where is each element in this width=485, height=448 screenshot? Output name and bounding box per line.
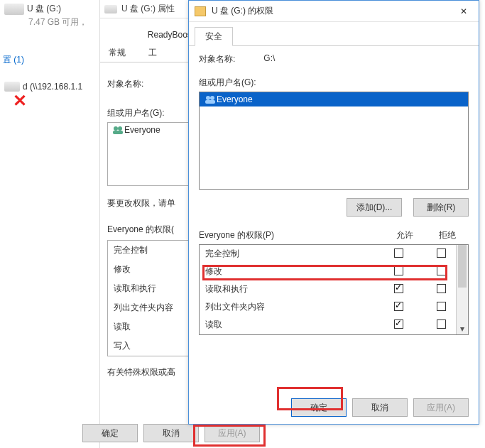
- object-name-value: G:\: [263, 53, 275, 65]
- perm-name: 读取和执行: [205, 283, 377, 295]
- deny-checkbox[interactable]: [437, 266, 446, 275]
- groups-label: 组或用户名(G):: [199, 77, 469, 89]
- permissions-table: 完全控制修改读取和执行列出文件夹内容读取 ▾: [199, 244, 469, 335]
- apply-button[interactable]: 应用(A): [413, 398, 469, 417]
- group-icon: [204, 94, 217, 104]
- drive-name[interactable]: U 盘 (G:): [4, 3, 95, 15]
- allow-checkbox[interactable]: [394, 284, 403, 293]
- scroll-down-icon[interactable]: ▾: [457, 322, 468, 334]
- deny-header: 拒绝: [426, 229, 469, 241]
- ok-button[interactable]: 确定: [82, 424, 138, 442]
- network-drive-icon: [4, 82, 20, 92]
- drive-icon: [104, 5, 117, 13]
- tab-tools[interactable]: 工: [144, 44, 161, 62]
- allow-checkbox[interactable]: [394, 319, 403, 329]
- object-name-label: 对象名称:: [199, 53, 235, 65]
- svg-point-1: [118, 126, 122, 131]
- svg-rect-2: [113, 131, 123, 134]
- perm-row: 读取和执行: [200, 280, 468, 298]
- svg-point-4: [210, 96, 214, 100]
- svg-point-0: [114, 126, 118, 131]
- permissions-titlebar[interactable]: U 盘 (G:) 的权限 ✕: [189, 1, 479, 22]
- allow-checkbox[interactable]: [394, 302, 403, 311]
- close-button[interactable]: ✕: [452, 4, 476, 19]
- perm-name: 读取: [205, 319, 377, 331]
- allow-header: 允许: [383, 229, 426, 241]
- apply-button[interactable]: 应用(A): [205, 424, 260, 442]
- allow-checkbox[interactable]: [394, 248, 403, 258]
- disconnected-icon: ✕: [13, 91, 27, 111]
- ok-button[interactable]: 确定: [291, 398, 347, 417]
- perm-for-label: Everyone 的权限(P): [199, 229, 383, 241]
- perm-row: 完全控制: [200, 245, 468, 263]
- perm-row: 读取: [200, 316, 468, 334]
- location-count[interactable]: 置 (1): [0, 53, 99, 67]
- perm-name: 修改: [205, 266, 377, 278]
- permissions-dialog: U 盘 (G:) 的权限 ✕ 安全 对象名称: G:\ 组或用户名(G): Ev…: [188, 0, 479, 425]
- remove-button[interactable]: 删除(R): [413, 198, 469, 217]
- perm-name: 列出文件夹内容: [205, 301, 377, 313]
- deny-checkbox[interactable]: [437, 284, 446, 293]
- scrollbar[interactable]: ▾: [456, 245, 468, 334]
- list-item[interactable]: Everyone: [200, 92, 468, 106]
- properties-title: U 盘 (G:) 属性: [121, 3, 175, 15]
- deny-checkbox[interactable]: [437, 248, 446, 258]
- drive-size-text: 7.47 GB 可用，: [28, 16, 95, 28]
- group-icon: [111, 125, 124, 135]
- deny-checkbox[interactable]: [437, 319, 446, 329]
- svg-point-3: [206, 96, 210, 100]
- perm-name: 完全控制: [205, 248, 377, 260]
- scrollbar-thumb[interactable]: [458, 245, 467, 288]
- svg-rect-5: [205, 100, 215, 104]
- perm-row: 列出文件夹内容: [200, 298, 468, 316]
- allow-checkbox[interactable]: [394, 266, 403, 275]
- cancel-button[interactable]: 取消: [352, 398, 408, 417]
- cancel-button[interactable]: 取消: [143, 424, 199, 442]
- drive-icon: [4, 4, 24, 15]
- folder-icon: [195, 6, 206, 16]
- tab-general[interactable]: 常规: [104, 44, 130, 62]
- groups-listbox[interactable]: Everyone: [199, 92, 469, 190]
- tab-security[interactable]: 安全: [195, 27, 233, 46]
- deny-checkbox[interactable]: [437, 302, 446, 311]
- perm-row: 修改: [200, 263, 468, 280]
- add-button[interactable]: 添加(D)...: [347, 198, 402, 217]
- permissions-title: U 盘 (G:) 的权限: [212, 5, 452, 17]
